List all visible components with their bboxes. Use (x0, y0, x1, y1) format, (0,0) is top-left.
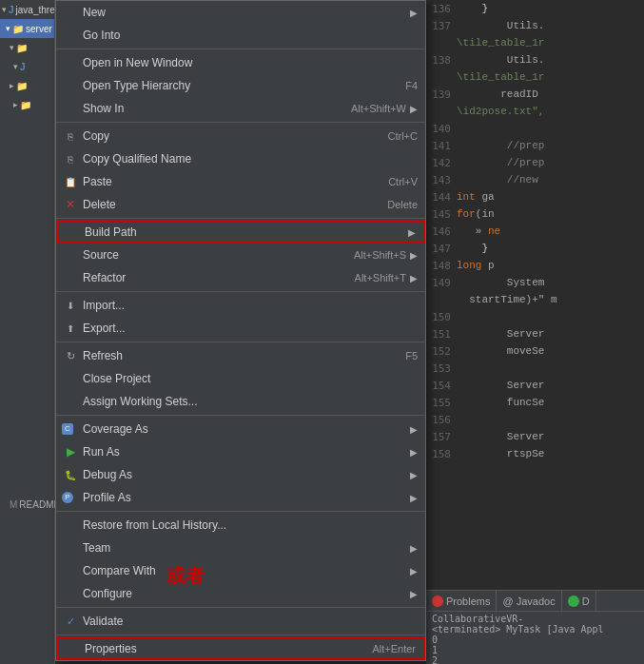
tree-item-2[interactable]: ▾ J (0, 57, 54, 76)
terminated-line: <terminated> MyTask [Java Appl (432, 624, 638, 635)
code-line-143: 143 //new (426, 171, 644, 188)
code-line-138b: \tile_table_1r (426, 68, 644, 86)
menu-item-build-path[interactable]: Build Path ▶ (56, 221, 425, 244)
declaration-icon (568, 596, 579, 607)
tab-declaration[interactable]: D (562, 591, 596, 612)
menu-item-debug-as[interactable]: 🐛 Debug As ▶ (56, 463, 425, 486)
arrow-icon: ▶ (410, 8, 418, 18)
menu-separator-2 (56, 122, 425, 123)
menu-separator-3 (56, 218, 425, 219)
arrow-icon-coverage: ▶ (410, 424, 418, 435)
run-icon: ▶ (62, 445, 79, 459)
menu-item-run-as[interactable]: ▶ Run As ▶ (56, 440, 425, 463)
code-line-139: 139 readID (426, 86, 644, 103)
arrow-icon-team: ▶ (410, 543, 418, 554)
menu-item-properties[interactable]: Properties Alt+Enter (56, 637, 425, 660)
debug-icon: 🐛 (62, 470, 79, 480)
code-line-140: 140 (426, 120, 644, 137)
arrow-icon-refactor: ▶ (410, 273, 418, 283)
menu-separator-1 (56, 49, 425, 49)
menu-item-close-project[interactable]: Close Project (56, 367, 425, 390)
output-1: 1 (432, 645, 638, 655)
menu-item-open-new-window[interactable]: Open in New Window (56, 51, 425, 74)
arrow-icon-show-in: ▶ (410, 104, 418, 114)
coverage-icon: C (62, 423, 73, 435)
tab-problems[interactable]: Problems (426, 591, 497, 612)
code-line-142: 142 //prep (426, 154, 644, 171)
output-2: 2 (432, 655, 638, 664)
menu-separator-4 (56, 291, 425, 292)
menu-item-open-type-hierarchy[interactable]: Open Type Hierarchy F4 (56, 74, 425, 97)
bottom-tabs: Problems @ Javadoc D (426, 591, 644, 612)
profile-icon: P (62, 492, 73, 503)
menu-item-team[interactable]: Team ▶ (56, 537, 425, 559)
code-line-153: 153 (426, 360, 644, 377)
code-line-148: 148 long p (426, 257, 644, 274)
menu-item-export[interactable]: ⬆ Export... (56, 317, 425, 340)
arrow-icon-source: ▶ (410, 250, 418, 261)
arrow-icon-debug: ▶ (410, 470, 418, 480)
menu-item-copy[interactable]: ⎘ Copy Ctrl+C (56, 125, 425, 147)
code-line-147: 147 } (426, 240, 644, 257)
code-line-146: 146 » ne (426, 223, 644, 240)
import-icon: ⬇ (62, 301, 79, 311)
problems-icon (432, 596, 443, 607)
copy-icon: ⎘ (62, 131, 79, 142)
menu-item-show-in[interactable]: Show In Alt+Shift+W ▶ (56, 97, 425, 120)
bottom-panel: Problems @ Javadoc D CollaborativeVR- <t… (426, 590, 644, 664)
arrow-icon-compare: ▶ (410, 566, 418, 576)
menu-item-coverage-as[interactable]: C Coverage As ▶ (56, 418, 425, 440)
code-line-141: 141 //prep (426, 137, 644, 154)
delete-icon: ✕ (62, 198, 79, 211)
tree-item-3[interactable]: ▸ 📁 (0, 76, 54, 95)
menu-item-profile-as[interactable]: P Profile As ▶ (56, 486, 425, 509)
tab-javadoc[interactable]: @ Javadoc (497, 591, 561, 612)
menu-item-validate[interactable]: ✓ Validate (56, 610, 425, 633)
arrow-icon-configure: ▶ (410, 589, 418, 599)
code-line-154: 154 Server (426, 377, 644, 394)
menu-separator-6 (56, 415, 425, 416)
bottom-content: CollaborativeVR- <terminated> MyTask [Ja… (426, 612, 644, 664)
code-line-144: 144 int ga (426, 188, 644, 205)
code-line-139b: \id2pose.txt", (426, 103, 644, 120)
context-menu: New ▶ Go Into Open in New Window Open Ty… (55, 0, 426, 661)
menu-item-configure[interactable]: Configure ▶ (56, 582, 425, 605)
tree-item-4[interactable]: ▸ 📁 (0, 95, 54, 114)
menu-item-import[interactable]: ⬇ Import... (56, 294, 425, 317)
menu-item-go-into[interactable]: Go Into (56, 24, 425, 47)
menu-separator-9 (56, 635, 425, 635)
tree-server[interactable]: ▾ 📁 server (0, 19, 54, 38)
menu-item-assign-working-sets[interactable]: Assign Working Sets... (56, 390, 425, 413)
output-0: 0 (432, 635, 638, 645)
menu-item-restore-history[interactable]: Restore from Local History... (56, 514, 425, 537)
code-line-138: 138 Utils. (426, 51, 644, 68)
code-line-136: 136 } (426, 0, 644, 17)
menu-separator-8 (56, 607, 425, 608)
code-line-152: 152 moveSe (426, 342, 644, 360)
menu-item-delete[interactable]: ✕ Delete Delete (56, 193, 425, 216)
menu-item-refresh[interactable]: ↻ Refresh F5 (56, 344, 425, 367)
code-line-137b: \tile_table_1r (426, 34, 644, 51)
menu-separator-7 (56, 511, 425, 512)
menu-item-compare-with[interactable]: Compare With ▶ (56, 559, 425, 582)
menu-item-refactor[interactable]: Refactor Alt+Shift+T ▶ (56, 266, 425, 289)
code-line-158: 158 rtspSe (426, 445, 644, 462)
code-line-151: 151 Server (426, 325, 644, 342)
code-line-145: 145 for(in (426, 205, 644, 223)
code-line-155: 155 funcSe (426, 394, 644, 411)
code-line-150: 150 (426, 308, 644, 325)
menu-item-copy-qualified[interactable]: ⎘ Copy Qualified Name (56, 147, 425, 170)
tree-item-1[interactable]: ▾ 📁 (0, 38, 54, 57)
copy-qualified-icon: ⎘ (62, 154, 79, 165)
arrow-icon-build-path: ▶ (408, 227, 416, 238)
code-line-149b: startTime)+" m (426, 291, 644, 308)
paste-icon: 📋 (62, 177, 79, 187)
menu-item-paste[interactable]: 📋 Paste Ctrl+V (56, 170, 425, 193)
tree-java-thread[interactable]: ▾ J java_thread (0, 0, 54, 19)
code-line-156: 156 (426, 411, 644, 428)
tree-readme[interactable]: M README.md (0, 495, 54, 514)
arrow-icon-run: ▶ (410, 447, 418, 458)
menu-item-new[interactable]: New ▶ (56, 1, 425, 24)
menu-item-source[interactable]: Source Alt+Shift+S ▶ (56, 244, 425, 266)
arrow-icon-profile: ▶ (410, 493, 418, 503)
